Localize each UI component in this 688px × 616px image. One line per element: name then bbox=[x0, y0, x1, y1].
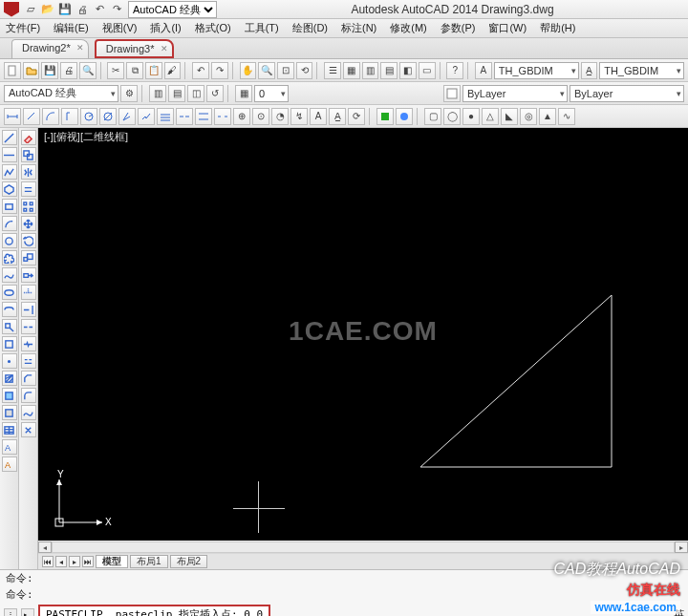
rotate-icon[interactable] bbox=[21, 233, 36, 248]
menu-edit[interactable]: 编辑(E) bbox=[54, 21, 89, 35]
dim-continue-icon[interactable] bbox=[176, 108, 193, 125]
solid-wedge-icon[interactable]: ◣ bbox=[501, 108, 518, 125]
dimstyle-combo-2[interactable]: TH_GBDIM bbox=[599, 62, 684, 79]
explode-icon[interactable] bbox=[21, 422, 36, 437]
undo-icon[interactable]: ↶ bbox=[92, 2, 107, 17]
center-mark-icon[interactable]: ⊙ bbox=[252, 108, 269, 125]
solid-box-icon[interactable]: ▢ bbox=[424, 108, 441, 125]
break-icon[interactable] bbox=[21, 336, 36, 351]
ellipse-arc-icon[interactable] bbox=[2, 302, 17, 317]
layout-tab[interactable]: 布局2 bbox=[170, 555, 208, 568]
dimstyle-update-icon[interactable]: A̲ bbox=[581, 62, 598, 79]
dim-radius-icon[interactable] bbox=[80, 108, 97, 125]
scale-icon[interactable] bbox=[21, 250, 36, 266]
print-icon[interactable]: 🖨 bbox=[75, 2, 90, 17]
gradient-icon[interactable] bbox=[2, 388, 17, 403]
menu-parametric[interactable]: 参数(P) bbox=[441, 21, 476, 35]
save-icon[interactable]: 💾 bbox=[41, 62, 58, 79]
undo-icon[interactable]: ↶ bbox=[192, 62, 209, 79]
green-block-icon[interactable] bbox=[376, 108, 394, 125]
doc-tab-active[interactable]: Drawing3* ✕ bbox=[95, 39, 174, 58]
sheet-set-icon[interactable]: ▤ bbox=[380, 62, 398, 79]
dim-angular-icon[interactable] bbox=[118, 108, 136, 125]
properties-icon[interactable]: ☰ bbox=[324, 62, 341, 79]
menu-dimension[interactable]: 标注(N) bbox=[341, 21, 376, 35]
redo-icon[interactable]: ↷ bbox=[211, 62, 228, 79]
dim-arc-icon[interactable] bbox=[42, 108, 59, 125]
tool-palettes-icon[interactable]: ▥ bbox=[362, 62, 379, 79]
solid-cylinder-icon[interactable]: ◯ bbox=[443, 108, 461, 125]
make-block-icon[interactable] bbox=[2, 336, 17, 351]
dim-aligned-icon[interactable] bbox=[23, 108, 40, 125]
horizontal-scrollbar[interactable]: ◂ ▸ bbox=[38, 541, 688, 554]
mtext-icon[interactable]: A bbox=[2, 439, 17, 455]
app-logo[interactable] bbox=[4, 2, 19, 17]
design-center-icon[interactable]: ▦ bbox=[343, 62, 360, 79]
arc-icon[interactable] bbox=[2, 216, 17, 231]
new-icon[interactable]: ▱ bbox=[23, 2, 38, 17]
workspace-settings-icon[interactable]: ⚙ bbox=[120, 85, 138, 102]
rectangle-icon[interactable] bbox=[2, 199, 17, 214]
break-at-point-icon[interactable] bbox=[21, 319, 36, 334]
construction-line-icon[interactable] bbox=[2, 147, 17, 162]
color-swatch-icon[interactable] bbox=[443, 85, 461, 102]
pan-icon[interactable]: ✋ bbox=[240, 62, 257, 79]
chamfer-icon[interactable] bbox=[21, 371, 36, 386]
inspect-icon[interactable]: ◔ bbox=[271, 108, 289, 125]
markup-icon[interactable]: ◧ bbox=[399, 62, 417, 79]
menu-help[interactable]: 帮助(H) bbox=[540, 21, 575, 35]
hatch-icon[interactable] bbox=[2, 371, 17, 386]
blend-icon[interactable] bbox=[21, 405, 36, 420]
menu-format[interactable]: 格式(O) bbox=[195, 21, 231, 35]
tab-last-icon[interactable]: ⏭ bbox=[82, 556, 94, 567]
dim-edit-icon[interactable]: A bbox=[310, 108, 327, 125]
stretch-icon[interactable] bbox=[21, 267, 36, 283]
workspace-select[interactable]: AutoCAD 经典 bbox=[128, 1, 217, 18]
doc-tab[interactable]: Drawing2* ✕ bbox=[11, 39, 89, 58]
dim-ordinate-icon[interactable] bbox=[61, 108, 78, 125]
solid-torus-icon[interactable]: ◎ bbox=[520, 108, 537, 125]
table-icon[interactable] bbox=[2, 422, 17, 437]
solid-sphere-icon[interactable]: ● bbox=[462, 108, 480, 125]
blue-sphere-icon[interactable] bbox=[396, 108, 413, 125]
array-icon[interactable] bbox=[21, 199, 36, 214]
menu-tools[interactable]: 工具(T) bbox=[245, 21, 279, 35]
command-expand-icon[interactable]: ⋮ bbox=[4, 608, 17, 617]
quickcalc-icon[interactable]: ▭ bbox=[419, 62, 436, 79]
workspace-combo[interactable]: AutoCAD 经典 bbox=[4, 85, 118, 102]
linetype-combo[interactable]: ByLayer bbox=[570, 85, 684, 102]
cut-icon[interactable]: ✂ bbox=[107, 62, 124, 79]
point-icon[interactable] bbox=[2, 353, 17, 369]
tab-first-icon[interactable]: ⏮ bbox=[42, 556, 54, 567]
layer-manager-icon[interactable]: ▦ bbox=[235, 85, 252, 102]
trim-icon[interactable] bbox=[21, 285, 36, 300]
extend-icon[interactable] bbox=[21, 302, 36, 317]
solid-pyramid-icon[interactable]: ▲ bbox=[539, 108, 556, 125]
addselected-icon[interactable]: A bbox=[2, 457, 17, 472]
zoom-window-icon[interactable]: ⊡ bbox=[277, 62, 294, 79]
menu-window[interactable]: 窗口(W) bbox=[488, 21, 527, 35]
revision-cloud-icon[interactable] bbox=[2, 250, 17, 266]
open-icon[interactable] bbox=[23, 62, 40, 79]
layout-tab[interactable]: 布局1 bbox=[130, 555, 168, 568]
save-icon[interactable]: 💾 bbox=[57, 2, 73, 17]
layer-state-icon[interactable]: ◫ bbox=[187, 85, 204, 102]
layer-filter-icon[interactable]: ▤ bbox=[168, 85, 185, 102]
model-tab[interactable]: 模型 bbox=[96, 555, 128, 568]
solid-cone-icon[interactable]: △ bbox=[482, 108, 499, 125]
color-combo[interactable]: ByLayer bbox=[462, 85, 568, 102]
dim-baseline-icon[interactable] bbox=[157, 108, 174, 125]
dim-break-icon[interactable] bbox=[214, 108, 231, 125]
dim-jogged-icon[interactable] bbox=[138, 108, 155, 125]
join-icon[interactable] bbox=[21, 353, 36, 369]
dimstyle-combo[interactable]: TH_GBDIM bbox=[494, 62, 579, 79]
region-icon[interactable] bbox=[2, 405, 17, 420]
move-icon[interactable] bbox=[21, 216, 36, 231]
tab-next-icon[interactable]: ▸ bbox=[69, 556, 80, 567]
viewport-label[interactable]: [-][俯视][二维线框] bbox=[44, 130, 128, 144]
ellipse-icon[interactable] bbox=[2, 285, 17, 300]
drawing-canvas[interactable]: [-][俯视][二维线框] 1CAE.COM Y X ◂ ▸ ⏮ ◂ ▸ ⏭ 模… bbox=[38, 128, 688, 569]
solid-helix-icon[interactable]: ∿ bbox=[558, 108, 575, 125]
menu-modify[interactable]: 修改(M) bbox=[390, 21, 427, 35]
layer-previous-icon[interactable]: ↺ bbox=[206, 85, 224, 102]
